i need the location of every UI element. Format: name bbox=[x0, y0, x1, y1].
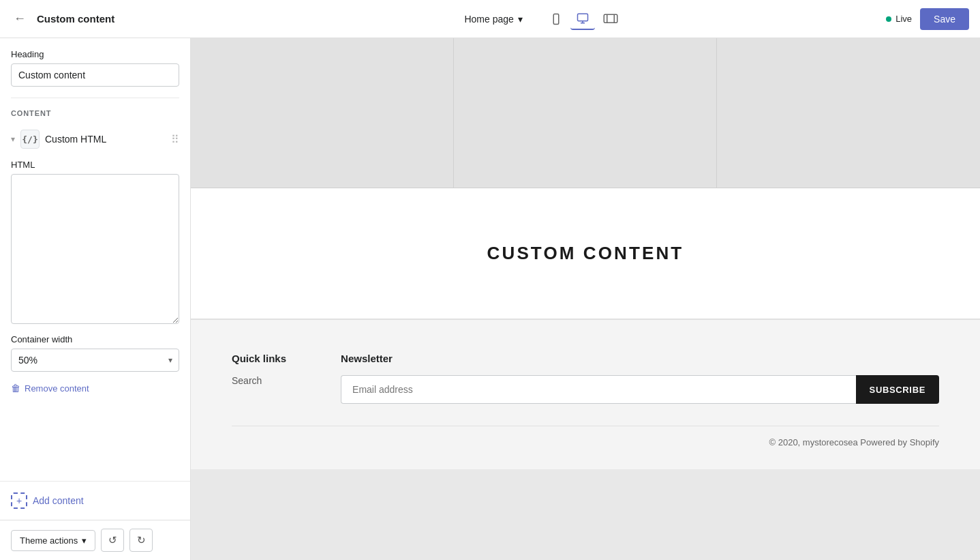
back-icon: ← bbox=[14, 12, 26, 26]
svg-rect-5 bbox=[604, 14, 617, 23]
sidebar-content: Heading CONTENT ▾ {/} Custom HTML ⠿ HTML… bbox=[0, 38, 190, 481]
drag-handle-icon[interactable]: ⠿ bbox=[171, 133, 179, 146]
preview-area: CUSTOM CONTENT Quick links Search Newsle… bbox=[191, 38, 980, 560]
theme-actions-button[interactable]: Theme actions ▾ bbox=[11, 530, 95, 551]
preview-custom-content: CUSTOM CONTENT bbox=[191, 188, 980, 319]
save-button[interactable]: Save bbox=[920, 8, 969, 30]
redo-button[interactable]: ↻ bbox=[129, 529, 153, 552]
content-item-name: Custom HTML bbox=[45, 134, 166, 145]
undo-icon: ↺ bbox=[108, 534, 117, 546]
main-layout: Heading CONTENT ▾ {/} Custom HTML ⠿ HTML… bbox=[0, 38, 980, 560]
page-selector-button[interactable]: Home page ▾ bbox=[464, 14, 522, 25]
container-width-label: Container width bbox=[11, 334, 179, 344]
preview-col-3 bbox=[717, 38, 980, 188]
custom-html-icon: {/} bbox=[20, 130, 40, 149]
footer-quick-links: Quick links Search bbox=[232, 353, 286, 404]
svg-rect-2 bbox=[577, 14, 587, 21]
content-item-custom-html[interactable]: ▾ {/} Custom HTML ⠿ bbox=[11, 124, 179, 154]
preview-col-2 bbox=[454, 38, 717, 188]
add-content-button[interactable]: + Add content bbox=[0, 481, 190, 520]
desktop-icon bbox=[576, 12, 589, 25]
topbar-right: Live Save bbox=[886, 8, 969, 30]
svg-rect-0 bbox=[553, 14, 559, 24]
page-selector-label: Home page bbox=[464, 14, 513, 25]
mobile-icon bbox=[550, 13, 562, 25]
remove-content-label: Remove content bbox=[25, 383, 89, 394]
chevron-down-icon: ▾ bbox=[82, 535, 87, 546]
html-field: HTML bbox=[11, 160, 179, 326]
page-title: Custom content bbox=[37, 13, 114, 25]
footer-newsletter: Newsletter SUBSCRIBE bbox=[341, 353, 939, 404]
theme-actions-label: Theme actions bbox=[20, 535, 78, 546]
remove-content-button[interactable]: 🗑 Remove content bbox=[11, 377, 89, 399]
view-icons bbox=[545, 8, 624, 30]
newsletter-email-input[interactable] bbox=[341, 375, 856, 404]
html-textarea[interactable] bbox=[11, 174, 179, 324]
footer-search-link[interactable]: Search bbox=[232, 375, 286, 386]
add-content-label: Add content bbox=[33, 495, 84, 506]
trash-icon: 🗑 bbox=[11, 383, 20, 394]
chevron-down-icon: ▾ bbox=[518, 14, 523, 25]
topbar-left: ← Custom content bbox=[11, 9, 202, 29]
quick-links-title: Quick links bbox=[232, 353, 286, 364]
topbar: ← Custom content Home page ▾ bbox=[0, 0, 980, 38]
html-label: HTML bbox=[11, 160, 179, 170]
wide-view-button[interactable] bbox=[598, 9, 624, 29]
add-content-icon: + bbox=[11, 492, 27, 509]
topbar-center: Home page ▾ bbox=[202, 8, 886, 30]
subscribe-button[interactable]: SUBSCRIBE bbox=[856, 375, 939, 404]
preview-top-section bbox=[191, 38, 980, 188]
content-section-label: CONTENT bbox=[11, 109, 179, 117]
sidebar-bottom: Theme actions ▾ ↺ ↻ bbox=[0, 520, 190, 560]
heading-input[interactable] bbox=[11, 63, 179, 87]
back-button[interactable]: ← bbox=[11, 9, 29, 29]
container-width-select[interactable]: 25% 50% 75% 100% bbox=[11, 349, 179, 372]
preview-col-1 bbox=[191, 38, 454, 188]
redo-icon: ↻ bbox=[137, 534, 146, 546]
undo-button[interactable]: ↺ bbox=[101, 529, 124, 552]
wide-icon bbox=[603, 13, 618, 25]
heading-label: Heading bbox=[11, 49, 179, 59]
desktop-view-button[interactable] bbox=[570, 8, 595, 30]
newsletter-title: Newsletter bbox=[341, 353, 939, 364]
preview-heading: CUSTOM CONTENT bbox=[487, 243, 684, 264]
footer-copyright: © 2020, mystorecosea Powered by Shopify bbox=[232, 426, 939, 447]
live-indicator: Live bbox=[886, 14, 912, 24]
divider-1 bbox=[11, 98, 179, 98]
live-dot bbox=[886, 16, 891, 22]
footer-columns: Quick links Search Newsletter SUBSCRIBE bbox=[232, 353, 939, 404]
chevron-down-icon: ▾ bbox=[11, 134, 15, 144]
container-width-select-wrapper: 25% 50% 75% 100% ▾ bbox=[11, 349, 179, 372]
live-label: Live bbox=[895, 14, 912, 24]
heading-field: Heading bbox=[11, 49, 179, 87]
preview-footer: Quick links Search Newsletter SUBSCRIBE … bbox=[191, 319, 980, 469]
newsletter-input-row: SUBSCRIBE bbox=[341, 375, 939, 404]
sidebar: Heading CONTENT ▾ {/} Custom HTML ⠿ HTML… bbox=[0, 38, 191, 560]
mobile-view-button[interactable] bbox=[545, 9, 568, 29]
container-width-field: Container width 25% 50% 75% 100% ▾ bbox=[11, 334, 179, 372]
